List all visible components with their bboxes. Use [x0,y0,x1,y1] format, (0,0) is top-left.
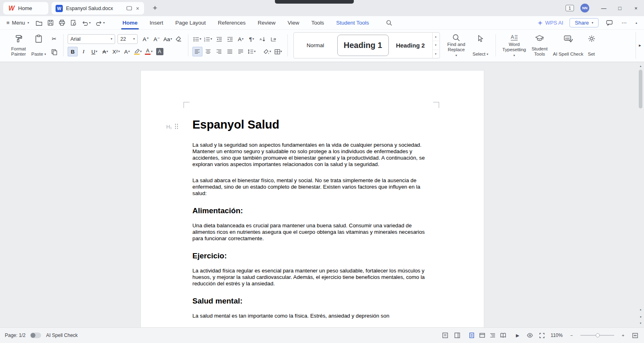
word-typesetting-button[interactable]: A Word Typesetting▾ [500,32,529,59]
character-shading-button[interactable]: A [155,47,165,56]
side-pane-button[interactable] [453,331,461,339]
strikethrough-button[interactable]: A▾ [100,47,110,56]
ai-spell-check-button[interactable]: ABC AI Spell Check [551,32,586,59]
font-family-select[interactable]: Arial ▾ [68,34,115,44]
web-layout-view-button[interactable] [478,331,486,339]
grow-font-button[interactable]: A⁺ [141,34,151,44]
borders-button[interactable]: ▾ [273,47,283,56]
fit-page-button[interactable] [631,331,639,339]
tab-close-icon[interactable]: × [135,5,140,12]
share-button[interactable]: Share ▾ [570,18,599,27]
zoom-slider-thumb[interactable] [596,333,600,337]
vertical-scrollbar[interactable]: ▴ ▴ ● ▾ [638,63,644,326]
maximize-button[interactable]: □ [612,0,628,16]
outline-view-button[interactable] [489,331,497,339]
tab-home[interactable]: Home [116,16,144,29]
copy-button[interactable] [49,47,59,57]
full-screen-button[interactable] [538,331,546,339]
numbering-button[interactable]: 123▾ [203,34,213,44]
search-button[interactable] [385,18,393,28]
change-case-button[interactable]: Aa▾ [163,34,173,44]
paste-button[interactable]: Paste▾ [29,32,48,59]
style-normal[interactable]: Normal [294,33,337,58]
align-right-button[interactable] [214,47,224,56]
eye-protection-button[interactable] [526,331,534,339]
tab-insert[interactable]: Insert [144,16,169,29]
style-scroll-down-button[interactable]: ▾ [433,41,439,50]
bold-button[interactable]: B [68,47,78,56]
underline-button[interactable]: U▾ [89,47,99,56]
align-center-button[interactable] [203,47,213,56]
increase-indent-button[interactable] [225,34,235,44]
zoom-in-button[interactable]: + [619,331,627,339]
play-presentation-button[interactable]: ▶ [514,331,522,339]
font-size-select[interactable]: 22 ▾ [118,34,138,44]
more-button[interactable]: ⋯ [620,18,628,28]
clear-format-button[interactable] [174,34,184,44]
redo-button[interactable]: ▾ [95,18,106,28]
print-button[interactable] [58,18,66,28]
style-gallery-expand-button[interactable]: ▾ [433,50,439,58]
spellcheck-toggle[interactable] [30,333,41,338]
zoom-percent[interactable]: 110% [550,333,564,338]
line-spacing-button[interactable]: ▾ [247,47,257,56]
tab-page-layout[interactable]: Page Layout [169,16,212,29]
new-tab-button[interactable]: + [150,3,160,13]
decrease-indent-button[interactable] [214,34,224,44]
style-heading1[interactable]: Heading 1 [337,35,389,56]
scroll-up-button[interactable]: ▴ [638,63,644,69]
tab-tools[interactable]: Tools [305,16,330,29]
highlight-button[interactable]: ▾ [133,47,143,56]
zoom-out-button[interactable]: − [568,331,576,339]
settings-button-truncated[interactable]: Set [586,32,598,59]
show-marks-button[interactable]: ¶▾ [247,34,257,44]
tab-student-tools[interactable]: Student Tools [330,16,375,29]
align-left-button[interactable] [192,47,202,56]
tab-preview-icon[interactable] [126,6,132,11]
collapse-ribbon-button[interactable]: ▴ [634,18,638,28]
tab-settings-button[interactable] [268,34,279,44]
style-scroll-up-button[interactable]: ▴ [433,33,439,41]
print-layout-view-button[interactable] [468,331,476,339]
tab-references[interactable]: References [212,16,252,29]
find-replace-button[interactable]: Find and Replace▾ [443,32,470,59]
student-tools-button[interactable]: Student Tools [529,32,551,59]
minimize-button[interactable]: — [596,0,612,16]
text-effect-style-button[interactable]: A▾ [236,34,246,44]
print-preview-button[interactable] [69,18,78,28]
font-color-button[interactable]: A ▾ [144,47,154,56]
next-page-button[interactable]: ▾ [638,320,644,326]
zoom-slider[interactable] [580,335,614,336]
tab-view[interactable]: View [282,16,305,29]
ribbon-overflow-button[interactable]: ▸ [636,32,644,59]
open-button[interactable] [35,18,43,28]
window-count-badge[interactable]: 1 [566,5,574,11]
cut-button[interactable]: ✂ [49,34,59,44]
document-content[interactable]: Espanyol Salud La salud y la seguridad s… [192,71,431,327]
save-button[interactable] [46,18,55,28]
close-button[interactable]: × [628,0,644,16]
scrollbar-thumb[interactable] [639,70,642,108]
shading-button[interactable]: ▾ [262,47,272,56]
text-effects-button[interactable]: A▾ [122,47,132,56]
reader-view-button[interactable] [499,331,507,339]
distribute-button[interactable] [236,47,246,56]
select-button[interactable]: Select▾ [470,32,491,59]
tab-review[interactable]: Review [252,16,281,29]
home-tab[interactable]: W Home [3,2,48,15]
wps-ai-button[interactable]: WPS AI [537,20,563,26]
style-heading2[interactable]: Heading 2 [389,33,432,58]
comments-button[interactable] [605,18,614,28]
sort-button[interactable]: A [258,34,268,44]
menu-button[interactable]: ≡ Menu ▾ [0,20,33,26]
bullets-button[interactable]: ▾ [192,34,202,44]
heading-drag-handle[interactable]: H₁ [166,124,179,130]
previous-page-button[interactable]: ▴ [638,307,644,312]
shrink-font-button[interactable]: A⁻ [152,34,162,44]
task-pane-button[interactable] [441,331,449,339]
italic-button[interactable]: I [78,47,89,56]
justify-button[interactable] [225,47,235,56]
page[interactable]: H₁ Espanyol Salud La salud y la segurida… [140,70,484,327]
select-browse-object-button[interactable]: ● [638,314,644,319]
avatar[interactable]: NN [580,4,589,12]
